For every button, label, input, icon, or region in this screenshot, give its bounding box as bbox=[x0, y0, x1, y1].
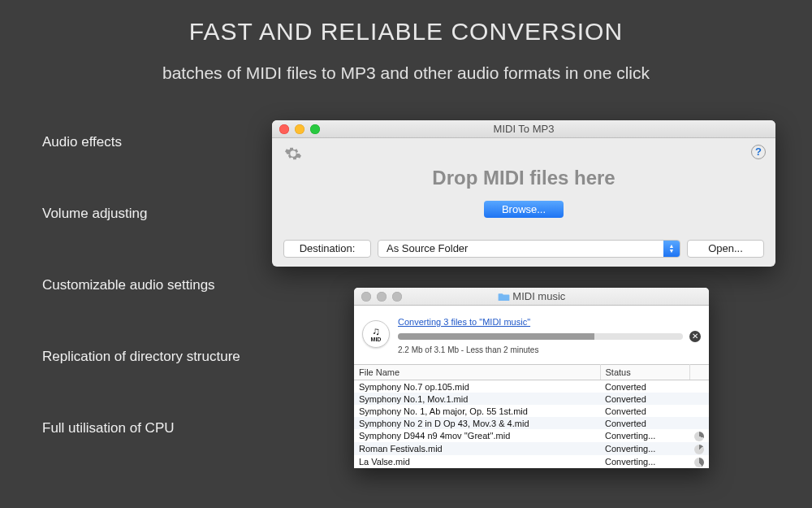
table-row[interactable]: Symphony No.1, Mov.1.midConverted bbox=[354, 393, 709, 405]
file-name-cell: Symphony No. 1, Ab major, Op. 55 1st.mid bbox=[354, 405, 600, 417]
file-name-cell: Symphony No 2 in D Op 43, Mov.3 & 4.mid bbox=[354, 417, 600, 429]
status-cell: Converting... bbox=[600, 455, 689, 468]
open-button[interactable]: Open... bbox=[687, 240, 764, 258]
chevron-updown-icon: ▲▼ bbox=[663, 241, 680, 257]
table-row[interactable]: Symphony No.7 op.105.midConverted bbox=[354, 380, 709, 393]
progress-window: MIDI music ♫ MID Converting 3 files to "… bbox=[354, 288, 709, 468]
feature-item: Full utilisation of CPU bbox=[42, 420, 240, 436]
file-name-cell: Roman Festivals.mid bbox=[354, 442, 600, 455]
cancel-icon[interactable]: ✕ bbox=[689, 331, 701, 342]
headline: FAST AND RELIABLE CONVERSION bbox=[0, 0, 812, 46]
progress-pie-icon bbox=[694, 432, 704, 441]
drop-zone-label: Drop MIDI files here bbox=[272, 167, 775, 189]
destination-value: As Source Folder bbox=[387, 242, 468, 254]
browse-button[interactable]: Browse... bbox=[484, 201, 564, 218]
table-row[interactable]: Symphony D944 n9 4mov ''Great''.midConve… bbox=[354, 429, 709, 442]
col-status[interactable]: Status bbox=[600, 365, 689, 380]
progress-pie-icon bbox=[694, 445, 704, 454]
destination-label-button[interactable]: Destination: bbox=[283, 240, 371, 258]
titlebar[interactable]: MIDI music bbox=[354, 288, 709, 306]
table-row[interactable]: Roman Festivals.midConverting... bbox=[354, 442, 709, 455]
folder-icon bbox=[498, 292, 510, 302]
status-cell: Converted bbox=[600, 405, 689, 417]
titlebar[interactable]: MIDI To MP3 bbox=[272, 120, 775, 138]
window-title: MIDI To MP3 bbox=[272, 123, 775, 135]
progress-title-link[interactable]: Converting 3 files to "MIDI music" bbox=[398, 317, 530, 327]
gear-icon[interactable] bbox=[284, 145, 302, 163]
window-title: MIDI music bbox=[354, 290, 709, 302]
midi-file-icon: ♫ MID bbox=[362, 320, 390, 348]
feature-item: Customizable audio settings bbox=[42, 277, 240, 293]
file-name-cell: Symphony D944 n9 4mov ''Great''.mid bbox=[354, 429, 600, 442]
feature-item: Audio effects bbox=[42, 134, 240, 150]
destination-select[interactable]: As Source Folder ▲▼ bbox=[378, 240, 680, 258]
feature-item: Replication of directory structure bbox=[42, 349, 240, 365]
table-row[interactable]: Symphony No. 1, Ab major, Op. 55 1st.mid… bbox=[354, 405, 709, 417]
file-name-cell: Symphony No.7 op.105.mid bbox=[354, 380, 600, 393]
file-name-cell: Symphony No.1, Mov.1.mid bbox=[354, 393, 600, 405]
progress-bar bbox=[398, 333, 683, 340]
progress-subtext: 2.2 Mb of 3.1 Mb - Less than 2 minutes bbox=[398, 345, 701, 354]
main-window: MIDI To MP3 ? Drop MIDI files here Brows… bbox=[272, 120, 775, 267]
status-cell: Converted bbox=[600, 380, 689, 393]
file-name-cell: La Valse.mid bbox=[354, 455, 600, 468]
status-cell: Converting... bbox=[600, 442, 689, 455]
status-cell: Converting... bbox=[600, 429, 689, 442]
help-icon[interactable]: ? bbox=[751, 145, 766, 159]
status-cell: Converted bbox=[600, 393, 689, 405]
feature-item: Volume adjusting bbox=[42, 206, 240, 222]
status-cell: Converted bbox=[600, 417, 689, 429]
progress-pie-icon bbox=[694, 458, 704, 467]
files-table: File Name Status Symphony No.7 op.105.mi… bbox=[354, 364, 709, 468]
table-row[interactable]: Symphony No 2 in D Op 43, Mov.3 & 4.midC… bbox=[354, 417, 709, 429]
feature-list: Audio effects Volume adjusting Customiza… bbox=[42, 134, 240, 436]
col-filename[interactable]: File Name bbox=[354, 365, 600, 380]
table-row[interactable]: La Valse.midConverting... bbox=[354, 455, 709, 468]
subheadline: batches of MIDI files to MP3 and other a… bbox=[0, 63, 812, 83]
